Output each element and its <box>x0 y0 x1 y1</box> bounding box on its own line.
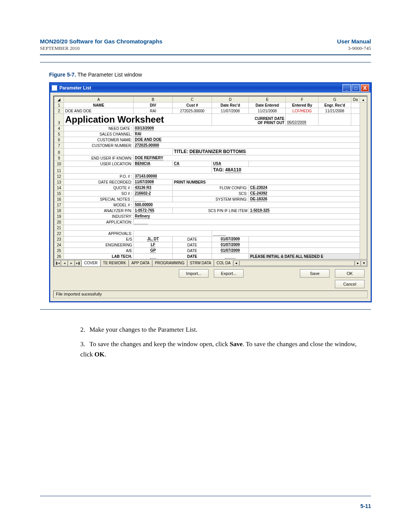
row-header[interactable]: 15 <box>54 191 64 197</box>
cell[interactable]: DATE <box>173 248 212 254</box>
cell[interactable] <box>212 231 360 236</box>
cell[interactable]: 11/21/2008 <box>319 108 351 114</box>
row-header[interactable]: 19 <box>54 214 64 219</box>
cell[interactable] <box>134 254 173 259</box>
cell[interactable]: Date Entered <box>249 102 286 108</box>
cell[interactable]: Refinery <box>134 214 360 219</box>
cell[interactable]: SALES CHANNEL: <box>64 131 134 137</box>
ok-button[interactable]: OK <box>335 269 365 278</box>
row-header[interactable]: 22 <box>54 231 64 236</box>
cell[interactable]: FLOW CONFIG: <box>173 185 249 191</box>
select-all-cell[interactable]: ◢ <box>54 97 64 102</box>
cell[interactable]: CE-23024 <box>249 185 360 191</box>
cell[interactable]: DATE <box>173 236 212 242</box>
cancel-button[interactable]: Cancel <box>335 280 365 288</box>
row-header[interactable]: 23 <box>54 236 64 242</box>
row-header[interactable]: 17 <box>54 202 64 208</box>
cell[interactable]: TITLE: DEBUTANIZER BOTTOMS <box>173 149 360 155</box>
row-header[interactable]: 20 <box>54 219 64 225</box>
cell[interactable]: RAI <box>134 108 173 114</box>
row-header[interactable]: 14 <box>54 185 64 191</box>
cell[interactable]: NEED DATE : <box>64 126 134 131</box>
col-header-E[interactable]: E <box>249 97 286 102</box>
cell[interactable]: SYSTEM WIRING: <box>173 197 249 202</box>
maximize-button[interactable]: □ <box>352 84 360 92</box>
cell[interactable]: 500.00000 <box>134 202 360 208</box>
col-header-F[interactable]: F <box>286 97 319 102</box>
cell[interactable]: 11/07/2008 <box>212 108 249 114</box>
cell[interactable]: DIV <box>134 102 173 108</box>
row-header[interactable]: 7 <box>54 143 64 149</box>
row-header[interactable]: 25 <box>54 248 64 254</box>
tab-nav-last[interactable]: ▸▮ <box>75 260 81 266</box>
cell[interactable]: ENGINEERING <box>64 242 134 248</box>
cell[interactable]: 216602-2 <box>134 191 173 197</box>
vscroll-track[interactable] <box>360 102 366 259</box>
row-header[interactable]: 4 <box>54 126 64 131</box>
col-header-partial[interactable]: Da <box>351 97 360 102</box>
cell[interactable]: LAB TECH. <box>64 254 134 259</box>
cell[interactable]: SPECIAL NOTES : <box>64 197 134 202</box>
cell[interactable]: LF <box>134 242 173 248</box>
sheet-tab-te-rework[interactable]: TE REWORK <box>100 260 129 266</box>
cell[interactable] <box>134 219 360 225</box>
col-header-B[interactable]: B <box>134 97 173 102</box>
spreadsheet-grid[interactable]: ◢ A B C D E F G Da ▴ 1 NAME DIV <box>54 96 367 259</box>
cell[interactable]: SCS P/N IF LINE ITEM <box>173 208 249 214</box>
cell[interactable]: CUSTOMER NUMBER: <box>64 143 134 149</box>
minimize-button[interactable]: _ <box>342 84 351 92</box>
cell[interactable]: DATE <box>173 242 212 248</box>
cell[interactable]: PLEASE INITIAL & DATE ALL NEEDED E <box>249 254 360 259</box>
row-header[interactable]: 16 <box>54 197 64 202</box>
cell[interactable]: 01/07/2009 <box>212 242 249 248</box>
row-header[interactable]: 1 <box>54 102 64 108</box>
row-header[interactable]: 12 <box>54 174 64 179</box>
cell[interactable]: PRINT NUMBERS <box>173 179 360 185</box>
cell[interactable]: 01/07/2009 <box>212 236 249 242</box>
cell[interactable]: 272025.00000 <box>173 108 212 114</box>
row-header[interactable]: 18 <box>54 208 64 214</box>
close-button[interactable]: X <box>361 84 369 92</box>
row-header[interactable]: 10 <box>54 161 64 167</box>
cell[interactable]: 06/02/2009 <box>286 114 319 126</box>
cell[interactable]: DE-18326 <box>249 197 360 202</box>
cell[interactable]: E/S <box>64 236 134 242</box>
cell[interactable] <box>134 197 173 202</box>
row-header[interactable]: 21 <box>54 225 64 231</box>
cell[interactable]: 11/21/2008 <box>249 108 286 114</box>
vscroll-down[interactable]: ▾ <box>361 260 367 266</box>
col-header-D[interactable]: D <box>212 97 249 102</box>
row-header[interactable]: 5 <box>54 131 64 137</box>
tab-nav-first[interactable]: ▮◂ <box>54 260 61 266</box>
cell[interactable] <box>212 254 249 259</box>
cell[interactable]: APPROVALS: <box>64 231 134 236</box>
cell[interactable]: JL, DT <box>134 236 173 242</box>
row-header[interactable]: 9 <box>54 155 64 161</box>
save-button[interactable]: Save <box>300 269 330 278</box>
row-header[interactable]: 11 <box>54 167 64 174</box>
hscroll-left[interactable]: ◂ <box>233 260 239 266</box>
row-header[interactable]: 6 <box>54 137 64 143</box>
cell[interactable]: 272025.00000 <box>134 143 360 149</box>
cell[interactable]: 37143.00000 <box>134 174 360 179</box>
cell[interactable]: 03/13/2009 <box>134 126 360 131</box>
cell[interactable]: END USER IF KNOWN: <box>64 155 134 161</box>
cell[interactable]: 43136 R3 <box>134 185 173 191</box>
cell[interactable]: ANALYZER P/N: <box>64 208 134 214</box>
cell[interactable]: CUSTOMER NAME: <box>64 137 134 143</box>
cell[interactable]: BENICIA <box>134 161 173 167</box>
cell[interactable]: SCS: <box>173 191 249 197</box>
row-header[interactable]: 3 <box>54 114 64 126</box>
cell[interactable]: Entered By <box>286 102 319 108</box>
cell[interactable]: 1-5019-325 <box>249 208 360 214</box>
col-header-A[interactable]: A <box>64 97 134 102</box>
cell[interactable]: A/E <box>64 248 134 254</box>
cell[interactable]: P.O. # : <box>64 174 134 179</box>
cell[interactable]: USER LOCATION: <box>64 161 134 167</box>
sheet-tab-col-da[interactable]: COL DA <box>214 260 233 266</box>
cell[interactable]: TAG: 48A110 <box>212 167 360 174</box>
import-button[interactable]: Import... <box>179 269 209 278</box>
row-header[interactable]: 8 <box>54 149 64 155</box>
cell[interactable]: GP <box>134 248 173 254</box>
cell[interactable]: DOE AND DOE <box>134 137 360 143</box>
